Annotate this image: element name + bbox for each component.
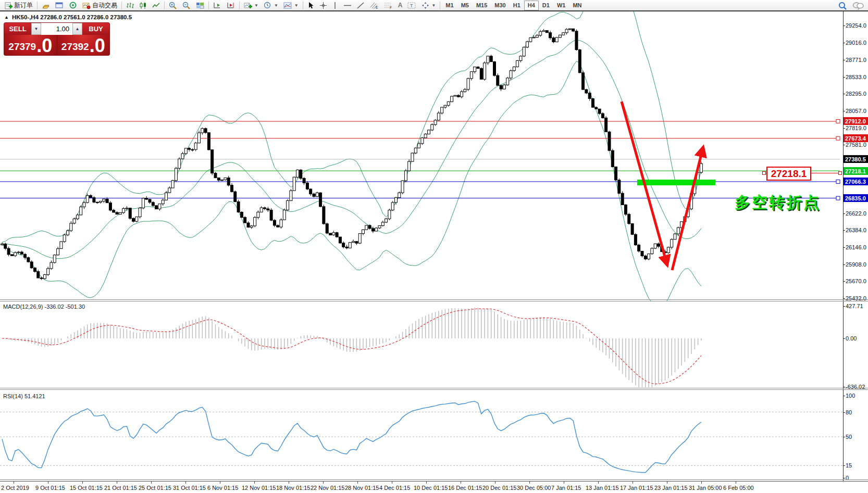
trendline-icon bbox=[357, 2, 365, 9]
timeframe-m30[interactable]: M30 bbox=[491, 1, 509, 10]
candle-bearish bbox=[27, 258, 30, 262]
lot-increase-button[interactable]: ▲ bbox=[72, 23, 82, 35]
chart-area[interactable]: ▲ HK50-,H4 27286.0 27561.0 27286.0 27380… bbox=[0, 11, 868, 493]
candle-bearish bbox=[93, 198, 95, 203]
channel-tool-button[interactable]: E bbox=[367, 0, 381, 11]
hline-tool-button[interactable] bbox=[341, 0, 354, 11]
rsi-tick-label: 0 bbox=[846, 475, 849, 481]
main-price-pane[interactable] bbox=[0, 11, 843, 301]
lot-decrease-button[interactable]: ▼ bbox=[31, 23, 41, 35]
price-tick-label: 28057.0 bbox=[846, 108, 866, 114]
candle-bullish bbox=[559, 35, 562, 37]
timeframe-w1[interactable]: W1 bbox=[553, 1, 569, 10]
pane-separator[interactable] bbox=[0, 299, 868, 300]
market-watch-button[interactable] bbox=[53, 0, 66, 11]
profiles-button[interactable] bbox=[39, 0, 53, 11]
crosshair-tool-button[interactable] bbox=[317, 0, 330, 11]
vline-tool-button[interactable] bbox=[330, 0, 341, 11]
candle-bullish bbox=[375, 228, 378, 231]
timeframe-h1[interactable]: H1 bbox=[510, 1, 524, 10]
line-endpoint-marker[interactable] bbox=[836, 120, 840, 123]
timeframe-m1[interactable]: M1 bbox=[442, 1, 457, 10]
tile-windows-button[interactable] bbox=[193, 0, 207, 11]
time-tick-mark bbox=[357, 482, 358, 484]
candle-bearish bbox=[204, 129, 207, 133]
timeframe-mn[interactable]: MN bbox=[569, 1, 585, 10]
chart-shift-button[interactable] bbox=[224, 0, 238, 11]
candle-bearish bbox=[20, 252, 23, 254]
pane-separator[interactable] bbox=[0, 389, 868, 390]
candle-bullish bbox=[50, 262, 53, 269]
candle-bullish bbox=[467, 79, 469, 90]
buy-button[interactable]: BUY bbox=[82, 23, 109, 35]
buy-price-button[interactable]: 27392 .0 bbox=[57, 35, 110, 55]
bollinger-middle-band bbox=[2, 40, 701, 259]
zoom-out-button[interactable] bbox=[180, 0, 193, 11]
data-window-button[interactable] bbox=[66, 0, 80, 11]
sell-price-button[interactable]: 27379 .0 bbox=[4, 35, 57, 55]
candle-bearish bbox=[116, 212, 118, 214]
rsi-pane[interactable] bbox=[0, 389, 843, 481]
time-tick-mark bbox=[392, 482, 392, 484]
macd-pane[interactable] bbox=[0, 301, 843, 389]
timeframe-h4[interactable]: H4 bbox=[524, 1, 539, 10]
line-endpoint-marker[interactable] bbox=[836, 196, 840, 200]
templates-button[interactable]: ▼ bbox=[281, 0, 301, 11]
bar-chart-button[interactable] bbox=[123, 0, 137, 11]
price-tick-label: 26622.0 bbox=[846, 210, 866, 217]
chinese-annotation-text[interactable]: 多空转折点 bbox=[735, 192, 821, 213]
candlestick-button[interactable] bbox=[137, 0, 150, 11]
candle-bearish bbox=[625, 205, 627, 214]
sell-button[interactable]: SELL bbox=[4, 23, 31, 35]
candle-bullish bbox=[464, 90, 466, 92]
arrows-icon bbox=[421, 2, 429, 9]
candle-bearish bbox=[480, 68, 482, 79]
periods-button[interactable]: ▼ bbox=[261, 0, 281, 11]
text-tool-button[interactable]: A bbox=[395, 0, 405, 11]
fibonacci-tool-button[interactable]: F bbox=[381, 0, 395, 11]
auto-scroll-button[interactable] bbox=[210, 0, 224, 11]
timeframe-d1[interactable]: D1 bbox=[539, 1, 553, 10]
time-axis[interactable]: 2 Oct 20199 Oct 01:1515 Oct 01:1521 Oct … bbox=[0, 481, 868, 493]
candle-bullish bbox=[83, 203, 85, 207]
trendline-tool-button[interactable] bbox=[354, 0, 367, 11]
candle-bearish bbox=[638, 245, 640, 251]
candle-bearish bbox=[37, 272, 40, 278]
label-tool-button[interactable]: T bbox=[405, 0, 419, 11]
candle-bullish bbox=[431, 124, 433, 130]
time-label: 7 Jan 01:15 bbox=[551, 485, 581, 491]
price-callout-label[interactable]: 27218.1 bbox=[766, 167, 811, 181]
candle-bearish bbox=[211, 150, 214, 173]
timeframe-m5[interactable]: M5 bbox=[457, 1, 473, 10]
time-tick-mark bbox=[14, 482, 14, 484]
toolbar-separator bbox=[303, 2, 303, 9]
arrows-tool-button[interactable]: ▼ bbox=[419, 0, 438, 11]
chat-icon[interactable] bbox=[852, 2, 864, 10]
candle-bearish bbox=[355, 242, 358, 244]
candle-bullish bbox=[565, 29, 568, 33]
symbol-collapse-icon[interactable]: ▲ bbox=[4, 15, 9, 20]
autotrading-button[interactable]: 自动交易 bbox=[80, 0, 120, 11]
candle-bearish bbox=[601, 113, 604, 118]
cursor-tool-button[interactable] bbox=[305, 0, 317, 11]
time-label: 21 Oct 01:15 bbox=[104, 485, 137, 491]
lot-size-input[interactable] bbox=[41, 23, 72, 35]
zoom-in-button[interactable] bbox=[166, 0, 180, 11]
crosshair-icon bbox=[319, 2, 327, 9]
pane-separator[interactable] bbox=[0, 388, 868, 388]
dropdown-arrow-icon: ▼ bbox=[274, 3, 278, 8]
candle-bearish bbox=[34, 268, 36, 272]
candle-bearish bbox=[277, 225, 279, 227]
line-endpoint-marker[interactable] bbox=[836, 180, 840, 183]
search-icon[interactable] bbox=[838, 2, 847, 10]
buy-price-pips: .0 bbox=[90, 38, 105, 54]
pane-separator[interactable] bbox=[0, 301, 868, 301]
time-tick-mark bbox=[117, 482, 117, 484]
candle-bullish bbox=[135, 217, 138, 222]
line-endpoint-marker[interactable] bbox=[836, 136, 840, 140]
indicators-button[interactable]: ▼ bbox=[241, 0, 261, 11]
candle-bullish bbox=[648, 254, 650, 259]
line-chart-button[interactable] bbox=[150, 0, 163, 11]
timeframe-m15[interactable]: M15 bbox=[473, 1, 491, 10]
new-order-button[interactable]: 新订单 bbox=[2, 0, 35, 11]
